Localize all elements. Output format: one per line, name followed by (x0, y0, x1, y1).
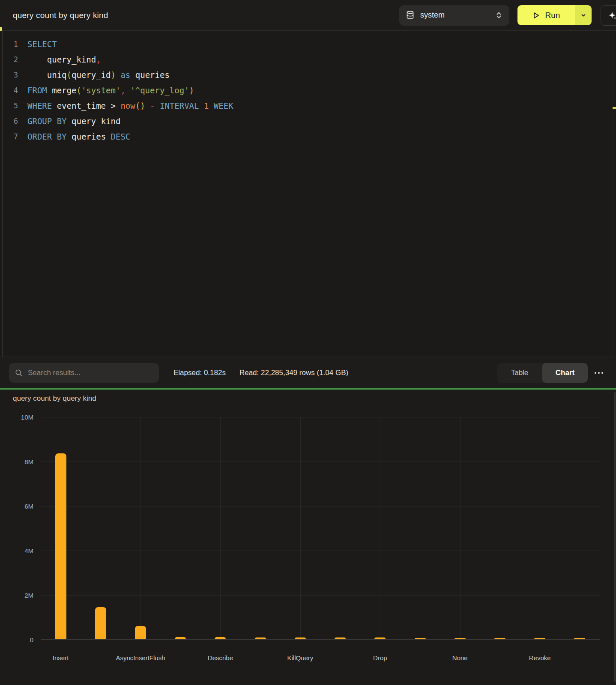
x-axis-line (41, 639, 600, 640)
search-icon (15, 369, 23, 377)
code-line[interactable]: 1SELECT (0, 36, 616, 52)
chart-bar-Revoke[interactable] (534, 638, 545, 639)
run-button-label: Run (545, 11, 560, 20)
x-axis-tick-label: AsyncInsertFlush (116, 654, 165, 661)
database-selector[interactable]: system (399, 5, 509, 26)
query-title: query count by query kind (13, 11, 108, 20)
chart-bar-Insert[interactable] (55, 453, 66, 639)
x-axis-tick-label: KillQuery (287, 654, 313, 661)
code-line[interactable]: 3 uniq(query_id) as queries (0, 67, 616, 83)
chart-plot (41, 417, 600, 640)
chart-panel: query count by query kind 02M4M6M8M10MIn… (0, 390, 616, 685)
x-axis-tick-label: None (452, 654, 468, 661)
chart-bar-Drop[interactable] (374, 637, 386, 639)
chart-bar-rank-6[interactable] (255, 637, 266, 639)
tab-chart[interactable]: Chart (542, 363, 588, 383)
gridline-horizontal (41, 462, 600, 462)
x-axis-tick-label: Insert (53, 654, 69, 661)
indent-guide (28, 52, 28, 83)
run-button-group: Run (517, 5, 592, 25)
gridline-vertical (380, 417, 380, 640)
code-line[interactable]: 5WHERE event_time > now() - INTERVAL 1 W… (0, 98, 616, 113)
line-text: WHERE event_time > now() - INTERVAL 1 WE… (18, 98, 233, 113)
chart-bar-rank-12[interactable] (494, 638, 505, 639)
chart-bar-None[interactable] (455, 638, 466, 639)
overview-ruler[interactable] (613, 31, 616, 357)
x-axis-tick-label: Revoke (529, 654, 551, 661)
chart-bar-KillQuery[interactable] (295, 637, 306, 639)
gridline-vertical (141, 417, 141, 640)
sql-editor[interactable]: 1SELECT2 query_kind,3 uniq(query_id) as … (0, 31, 616, 357)
view-toggle: Table Chart (497, 363, 588, 383)
left-edge-accent-mark (0, 27, 2, 31)
y-axis-tick-label: 10M (0, 414, 33, 421)
line-text: GROUP BY query_kind (18, 113, 120, 129)
y-axis-tick-label: 4M (0, 547, 33, 554)
y-axis-tick-label: 8M (0, 458, 33, 465)
chart-bar-rank-4[interactable] (175, 637, 186, 639)
chart-bar-Describe[interactable] (215, 637, 226, 639)
gridline-vertical (460, 417, 461, 640)
tab-table[interactable]: Table (497, 363, 542, 383)
overview-ruler-mark (613, 107, 616, 109)
x-axis-tick-label: Describe (208, 654, 233, 661)
gridline-horizontal (41, 551, 600, 551)
elapsed-stat: Elapsed: 0.182s (173, 369, 226, 377)
chevron-updown-icon (495, 11, 502, 19)
chart-bar-rank-8[interactable] (335, 637, 346, 639)
run-options-button[interactable] (575, 5, 592, 25)
play-icon (532, 12, 540, 19)
x-axis-tick-label: Drop (373, 654, 387, 661)
gridline-vertical (300, 417, 301, 640)
y-axis-tick-label: 0 (0, 636, 33, 643)
chart-bar-rank-2[interactable] (95, 607, 106, 639)
y-axis-tick-label: 2M (0, 592, 33, 599)
editor-lines: 1SELECT2 query_kind,3 uniq(query_id) as … (0, 36, 616, 144)
run-button[interactable]: Run (517, 5, 575, 25)
gridline-vertical (220, 417, 221, 640)
chart-bar-rank-10[interactable] (415, 638, 426, 639)
sparkle-icon (608, 11, 616, 20)
y-axis-tick-label: 6M (0, 503, 33, 510)
line-text: ORDER BY queries DESC (18, 129, 130, 144)
code-line[interactable]: 4FROM merge('system', '^query_log') (0, 83, 616, 98)
gridline-horizontal (41, 506, 600, 506)
chart-title: query count by query kind (13, 394, 96, 403)
gridline-horizontal (41, 417, 600, 417)
line-text: FROM merge('system', '^query_log') (18, 83, 194, 98)
database-icon (406, 11, 414, 20)
line-text: uniq(query_id) as queries (18, 67, 170, 83)
read-stat: Read: 22,285,349 rows (1.04 GB) (239, 369, 348, 377)
ai-assistant-button[interactable] (601, 5, 616, 26)
editor-left-border (2, 31, 3, 357)
chart-scrollbar[interactable] (614, 392, 616, 682)
line-text: query_kind, (18, 52, 101, 67)
database-selector-value: system (420, 11, 445, 20)
code-line[interactable]: 7ORDER BY queries DESC (0, 129, 616, 144)
code-line[interactable]: 6GROUP BY query_kind (0, 113, 616, 129)
more-options-button[interactable] (595, 363, 603, 383)
chart-bar-AsyncInsertFlush[interactable] (135, 626, 146, 639)
topbar-actions: system Run (399, 5, 616, 26)
chart-bar-rank-14[interactable] (574, 638, 585, 639)
search-box[interactable] (9, 363, 159, 383)
gridline-vertical (540, 417, 540, 640)
ellipsis-icon (595, 372, 596, 374)
topbar: query count by query kind system (0, 0, 616, 31)
chevron-down-icon (580, 12, 586, 18)
gridline-horizontal (41, 595, 600, 596)
code-line[interactable]: 2 query_kind, (0, 52, 616, 67)
results-toolbar: Elapsed: 0.182s Read: 22,285,349 rows (1… (0, 357, 616, 388)
sql-console-window: query count by query kind system (0, 0, 616, 685)
line-text: SELECT (18, 36, 57, 52)
search-results-input[interactable] (28, 369, 153, 377)
